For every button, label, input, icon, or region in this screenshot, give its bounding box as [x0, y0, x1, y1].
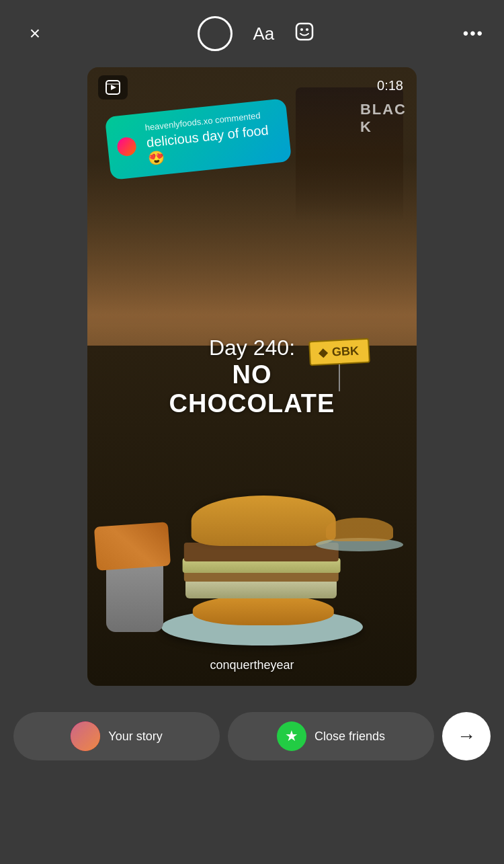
svg-point-2 [306, 28, 308, 31]
svg-rect-5 [106, 83, 120, 85]
bottom-bar: Your story ★ Close friends → [0, 689, 504, 783]
story-username: conquertheyear [87, 658, 417, 672]
star-icon: ★ [285, 728, 298, 745]
gbk-label: GBK [308, 338, 370, 366]
close-friends-icon: ★ [277, 721, 306, 751]
story-timer: 0:18 [377, 78, 403, 93]
your-story-label: Your story [108, 730, 162, 744]
close-friends-button[interactable]: ★ Close friends [228, 712, 434, 760]
next-arrow-icon: → [457, 725, 476, 747]
close-friends-label: Close friends [314, 730, 385, 744]
top-bar-center: Aa [198, 16, 314, 51]
capture-button[interactable] [198, 16, 233, 51]
next-button[interactable]: → [442, 712, 491, 760]
story-viewer: BLAC K 0:18 heavenlyfoods.xo commented d… [87, 67, 417, 686]
more-button[interactable]: ••• [463, 24, 484, 43]
your-story-button[interactable]: Your story [13, 712, 220, 760]
gbk-flag: GBK [309, 340, 370, 391]
svg-rect-0 [296, 24, 312, 40]
user-avatar [71, 721, 100, 751]
gbk-pole [339, 364, 340, 391]
svg-marker-4 [111, 85, 116, 90]
top-bar: × Aa ••• [0, 0, 504, 67]
close-button[interactable]: × [20, 19, 50, 48]
reels-icon [98, 75, 128, 100]
svg-point-1 [300, 28, 303, 31]
sticker-button[interactable] [294, 22, 314, 46]
text-button[interactable]: Aa [253, 24, 274, 44]
